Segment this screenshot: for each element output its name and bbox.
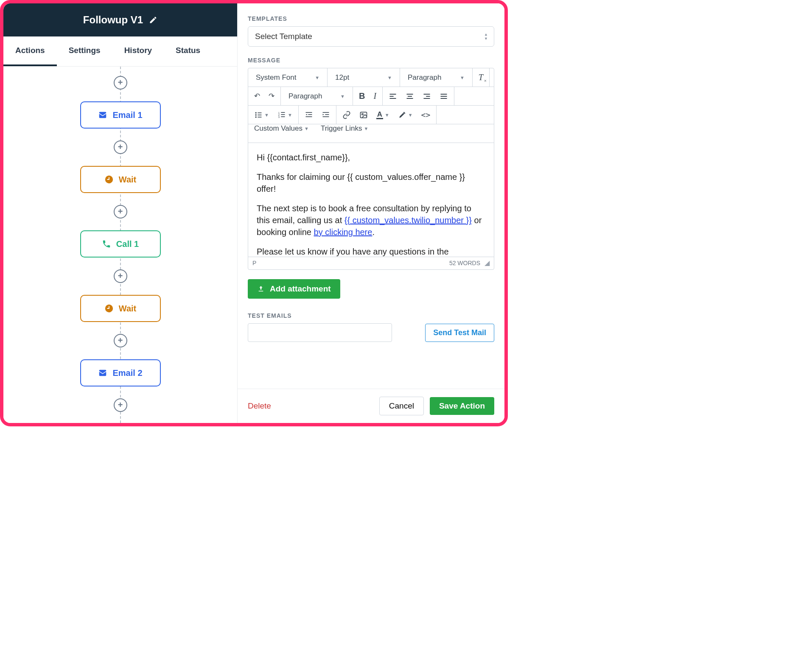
svg-rect-27 — [322, 112, 329, 113]
block-format-value: Paragraph — [288, 92, 322, 101]
trigger-links-menu[interactable]: Trigger Links ▼ — [315, 124, 375, 133]
align-left-button[interactable] — [384, 87, 401, 105]
flow-node-label: Wait — [119, 175, 136, 185]
align-left-icon — [389, 92, 397, 101]
text-color-icon: A — [376, 110, 383, 119]
chevron-down-icon: ▼ — [385, 112, 389, 118]
clear-formatting-icon: T× — [479, 73, 483, 82]
align-center-icon — [406, 92, 414, 101]
align-right-button[interactable] — [418, 87, 435, 105]
svg-point-13 — [255, 114, 257, 115]
template-select[interactable]: Select Template ▲▼ — [248, 26, 494, 47]
align-justify-icon — [440, 92, 448, 101]
campaign-title: Followup V1 — [83, 14, 143, 26]
insert-image-button[interactable] — [355, 106, 372, 124]
email-icon — [98, 368, 107, 378]
svg-point-14 — [255, 116, 257, 118]
redo-button[interactable]: ↷ — [264, 87, 279, 105]
add-step-button[interactable]: + — [114, 398, 127, 412]
toolbar-row-2: ↶ ↷ Paragraph ▼ B I — [248, 87, 494, 106]
chevron-down-icon: ▼ — [315, 75, 319, 80]
svg-rect-26 — [305, 116, 312, 117]
flow-node-call-1[interactable]: Call 1 — [80, 230, 161, 258]
twilio-number-link[interactable]: {{ custom_values.twilio_number }} — [344, 216, 472, 225]
svg-rect-21 — [281, 112, 285, 113]
message-label: MESSAGE — [248, 57, 494, 64]
bullet-list-button[interactable]: ▼ — [250, 106, 273, 124]
tab-actions[interactable]: Actions — [3, 36, 57, 66]
undo-button[interactable]: ↶ — [250, 87, 264, 105]
code-button[interactable]: <> — [417, 106, 435, 124]
clock-icon — [104, 175, 114, 184]
flow-node-email-1[interactable]: Email 1 — [80, 101, 161, 129]
font-size-value: 12pt — [335, 73, 349, 82]
add-step-button[interactable]: + — [114, 140, 127, 154]
clear-formatting-button[interactable]: T× — [474, 68, 487, 87]
bold-icon: B — [359, 91, 365, 101]
highlight-button[interactable]: ▼ — [394, 106, 417, 124]
cancel-button[interactable]: Cancel — [379, 397, 424, 415]
block-format-top-value: Paragraph — [408, 73, 441, 82]
action-bar: Delete Cancel Save Action — [238, 389, 504, 423]
text-color-button[interactable]: A▼ — [372, 106, 394, 124]
right-panel-scroll: TEMPLATES Select Template ▲▼ MESSAGE Sys… — [238, 3, 504, 389]
chevron-down-icon: ▼ — [460, 75, 465, 80]
custom-values-menu[interactable]: Custom Values ▼ — [248, 124, 315, 133]
indent-button[interactable] — [317, 106, 334, 124]
flow-column: + Email 1 + Wait + — [3, 71, 237, 417]
code-icon: <> — [421, 110, 431, 119]
email-icon — [98, 110, 107, 120]
italic-icon: I — [373, 91, 376, 101]
send-test-mail-button[interactable]: Send Test Mail — [425, 324, 494, 342]
flow-node-email-2[interactable]: Email 2 — [80, 359, 161, 386]
add-step-button[interactable]: + — [114, 269, 127, 283]
align-justify-button[interactable] — [435, 87, 452, 105]
outdent-button[interactable] — [300, 106, 317, 124]
test-email-input[interactable] — [248, 323, 392, 342]
align-center-button[interactable] — [401, 87, 418, 105]
delete-button[interactable]: Delete — [248, 401, 271, 411]
align-right-icon — [423, 92, 431, 101]
app-frame: Followup V1 Actions Settings History Sta… — [0, 0, 508, 426]
svg-rect-29 — [322, 116, 329, 117]
test-email-row: Send Test Mail — [248, 323, 494, 342]
phone-icon — [102, 239, 111, 249]
flow-node-label: Call 1 — [116, 239, 139, 249]
flow-node-wait-2[interactable]: Wait — [80, 295, 161, 322]
booking-link[interactable]: by clicking here — [314, 227, 372, 237]
block-format-top-select[interactable]: Paragraph ▼ — [402, 68, 471, 87]
chevron-down-icon: ▼ — [364, 126, 369, 131]
add-attachment-button[interactable]: Add attachment — [248, 279, 340, 299]
edit-title-icon[interactable] — [149, 16, 157, 24]
message-body[interactable]: Hi {{contact.first_name}}, Thanks for cl… — [248, 143, 494, 257]
clock-icon — [104, 304, 114, 313]
chevron-down-icon: ▼ — [264, 112, 269, 118]
add-step-button[interactable]: + — [114, 334, 127, 347]
save-action-button[interactable]: Save Action — [430, 397, 494, 415]
bold-button[interactable]: B — [355, 87, 369, 105]
italic-button[interactable]: I — [369, 87, 381, 105]
tab-history[interactable]: History — [112, 36, 164, 66]
insert-link-button[interactable] — [338, 106, 355, 124]
trigger-links-label: Trigger Links — [321, 124, 362, 133]
font-family-select[interactable]: System Font ▼ — [250, 68, 325, 87]
flow-node-wait-1[interactable]: Wait — [80, 166, 161, 193]
editor-footer: P 52 WORDS ◢ — [248, 257, 494, 269]
highlight-icon — [398, 111, 406, 119]
rich-text-editor: System Font ▼ 12pt ▼ Paragraph ▼ — [248, 68, 494, 270]
svg-rect-23 — [281, 116, 285, 117]
add-step-button[interactable]: + — [114, 76, 127, 90]
add-step-button[interactable]: + — [114, 205, 127, 218]
tab-settings[interactable]: Settings — [57, 36, 112, 66]
tab-status[interactable]: Status — [164, 36, 212, 66]
svg-rect-16 — [258, 115, 261, 115]
upload-icon — [257, 285, 265, 293]
font-size-select[interactable]: 12pt ▼ — [329, 68, 398, 87]
word-count: 52 WORDS — [449, 260, 480, 266]
resize-handle-icon[interactable]: ◢ — [485, 259, 490, 267]
template-select-value: Select Template — [255, 32, 312, 41]
image-icon — [359, 111, 368, 119]
flow-canvas: + Email 1 + Wait + — [3, 67, 237, 423]
number-list-button[interactable]: 123▼ — [273, 106, 297, 124]
block-format-select[interactable]: Paragraph ▼ — [283, 87, 351, 105]
